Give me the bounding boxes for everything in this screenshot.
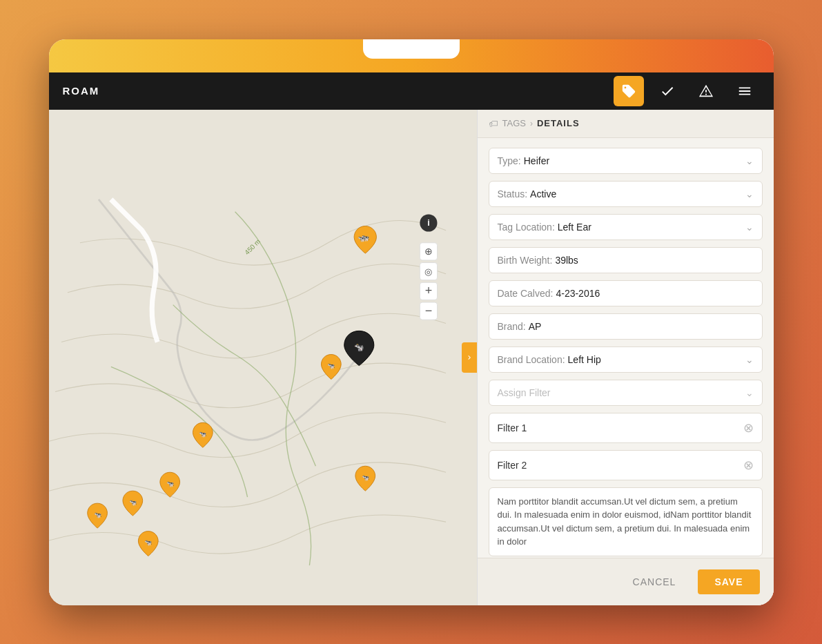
breadcrumb: 🏷 TAGS › DETAILS <box>478 110 774 138</box>
menu-icon <box>737 84 752 99</box>
breadcrumb-tags-label: TAGS <box>502 118 526 128</box>
date-calved-label: Date Calved: <box>498 288 554 299</box>
map-svg: 450 m 🐄 🐄 🐄 🐄 <box>49 110 477 605</box>
tag-location-field[interactable]: Tag Location: Left Ear ⌄ <box>489 214 763 240</box>
type-field[interactable]: Type: Heifer ⌄ <box>489 148 763 174</box>
panel-footer: CANCEL SAVE <box>478 558 774 605</box>
brand-field[interactable]: Brand: AP <box>489 313 763 340</box>
type-label: Type: <box>498 155 521 166</box>
tag-location-label: Tag Location: <box>498 222 555 233</box>
birth-weight-value: 39lbs <box>555 255 578 266</box>
date-calved-value: 4-23-2016 <box>556 288 600 299</box>
svg-text:🐄: 🐄 <box>166 480 174 488</box>
tag-location-value: Left Ear <box>558 222 591 233</box>
brand-location-chevron-icon: ⌄ <box>745 354 754 365</box>
navbar: ROAM <box>49 72 774 110</box>
cancel-button[interactable]: CANCEL <box>622 571 687 593</box>
svg-rect-0 <box>49 119 477 596</box>
save-button[interactable]: SAVE <box>698 569 759 594</box>
filter-2-label: Filter 2 <box>498 460 527 471</box>
assign-filter-field[interactable]: Assign Filter ⌄ <box>489 380 763 406</box>
tag-icon <box>621 84 636 99</box>
breadcrumb-details-label: DETAILS <box>537 118 580 128</box>
tag-breadcrumb-icon: 🏷 <box>489 118 498 129</box>
status-value: Active <box>530 188 556 199</box>
type-chevron-icon: ⌄ <box>745 155 754 166</box>
filter-2-row: Filter 2 ⊗ <box>489 450 763 480</box>
checklist-icon <box>660 84 675 99</box>
svg-text:+: + <box>424 284 432 297</box>
svg-text:🐄: 🐄 <box>361 474 369 482</box>
brand-value: AP <box>529 321 542 332</box>
svg-text:🐄: 🐄 <box>128 498 137 506</box>
brand-location-value: Left Hip <box>568 354 601 365</box>
brand-location-label: Brand Location: <box>498 354 565 365</box>
svg-text:🐄: 🐄 <box>144 538 153 547</box>
expand-panel-button[interactable] <box>462 342 477 373</box>
brand-location-field[interactable]: Brand Location: Left Hip ⌄ <box>489 347 763 373</box>
nav-tags-button[interactable] <box>614 76 644 106</box>
filter-2-remove-button[interactable]: ⊗ <box>743 458 754 473</box>
svg-text:🐄: 🐄 <box>93 510 101 518</box>
svg-text:🐄: 🐄 <box>353 342 364 352</box>
breadcrumb-separator: › <box>530 119 533 128</box>
device-top-bar <box>49 39 774 72</box>
map-area[interactable]: 450 m 🐄 🐄 🐄 🐄 <box>49 110 477 605</box>
svg-text:🐄: 🐄 <box>327 362 335 370</box>
notes-field[interactable]: Nam porttitor blandit accumsan.Ut vel di… <box>489 487 763 556</box>
tag-location-chevron-icon: ⌄ <box>745 222 754 233</box>
status-label: Status: <box>498 188 528 199</box>
brand-label: Brand: <box>498 321 526 332</box>
status-field[interactable]: Status: Active ⌄ <box>489 181 763 207</box>
assign-filter-chevron-icon: ⌄ <box>745 387 754 398</box>
status-chevron-icon: ⌄ <box>745 188 754 199</box>
birth-weight-field[interactable]: Birth Weight: 39lbs <box>489 247 763 273</box>
birth-weight-label: Birth Weight: <box>498 255 553 266</box>
main-content: 450 m 🐄 🐄 🐄 🐄 <box>49 110 774 605</box>
filter-1-remove-button[interactable]: ⊗ <box>743 420 754 436</box>
svg-text:◎: ◎ <box>424 266 432 276</box>
device-frame: ROAM <box>49 39 774 605</box>
nav-menu-button[interactable] <box>730 76 760 106</box>
svg-text:i: i <box>427 218 430 228</box>
svg-text:−: − <box>424 304 432 318</box>
app-logo: ROAM <box>63 85 100 97</box>
svg-text:🐄: 🐄 <box>358 235 366 243</box>
nav-alert-button[interactable] <box>691 76 721 106</box>
filter-1-row: Filter 1 ⊗ <box>489 413 763 443</box>
alert-icon <box>698 84 714 99</box>
filter-1-label: Filter 1 <box>498 422 527 433</box>
device-notch <box>363 39 460 59</box>
svg-text:⊕: ⊕ <box>424 245 432 256</box>
svg-text:🐄: 🐄 <box>199 430 207 438</box>
type-value: Heifer <box>524 155 549 166</box>
date-calved-field[interactable]: Date Calved: 4-23-2016 <box>489 280 763 306</box>
form-scroll-area[interactable]: Type: Heifer ⌄ Status: Active ⌄ <box>478 138 774 558</box>
chevron-right-icon <box>465 353 473 362</box>
assign-filter-placeholder: Assign Filter <box>498 387 551 398</box>
right-panel: 🏷 TAGS › DETAILS Type: Heifer ⌄ <box>477 110 774 605</box>
nav-checklist-button[interactable] <box>652 76 683 106</box>
